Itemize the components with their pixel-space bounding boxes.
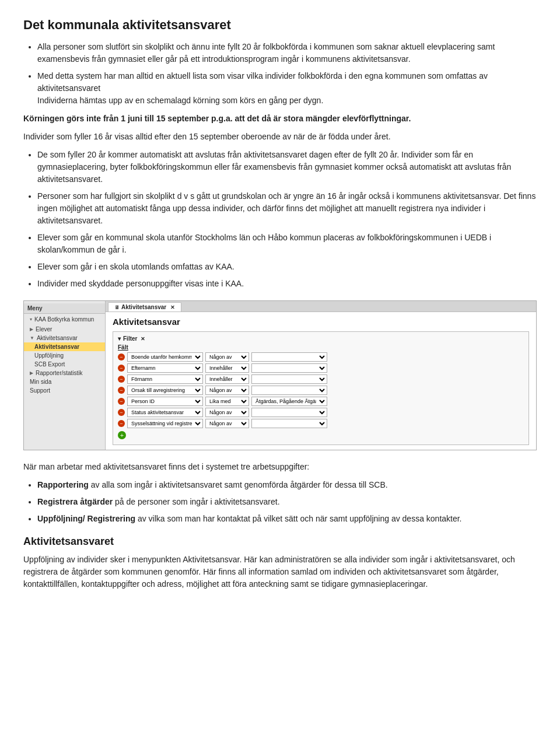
filter-collapse-icon[interactable]: ▾ bbox=[118, 335, 121, 342]
filter-op-select-0[interactable]: Någon av bbox=[205, 352, 249, 362]
sidebar-item-aktivitetsansvar-parent[interactable]: ▼ Aktivitetsansvar bbox=[24, 334, 105, 342]
after-panel-intro: När man arbetar med aktivitetsansvaret f… bbox=[23, 461, 537, 473]
sidebar-item-aktivitetsansvar-active[interactable]: Aktivitetsansvar bbox=[24, 342, 105, 351]
sidebar-title: Meny bbox=[24, 303, 105, 314]
sidebar-item-scb-export[interactable]: SCB Export bbox=[24, 360, 105, 369]
intro-sep-para: Individer som fyller 16 år visas alltid … bbox=[23, 131, 537, 143]
intro-subitem-1: Individerna hämtas upp av en schemalagd … bbox=[37, 94, 537, 107]
ui-main-area: 🖥 Aktivitetsansvar ✕ Aktivitetsansvar ▾ … bbox=[106, 301, 536, 450]
filter-val-select-5[interactable] bbox=[251, 408, 327, 417]
sidebar-item-elever[interactable]: ▶ Elever bbox=[24, 325, 105, 334]
filter-op-select-4[interactable]: Lika med bbox=[205, 397, 249, 406]
intro-list: Alla personer som slutfört sin skolplikt… bbox=[37, 41, 537, 107]
after-bullet-3: Uppföljning/ Registrering av vilka som m… bbox=[37, 513, 537, 525]
filter-box: ▾ Filter ✕ Fält − Boende utanför hemkomm… bbox=[113, 331, 529, 445]
filter-row-1: − Efternamn Innehåller bbox=[118, 363, 524, 373]
filter-remove-1[interactable]: − bbox=[118, 365, 125, 372]
after-bullet-2: Registrera åtgärder på de personer som i… bbox=[37, 496, 537, 508]
tab-icon: 🖥 bbox=[114, 304, 120, 310]
filter-row-5: − Status aktivitetsansvar Någon av bbox=[118, 408, 524, 417]
filter-falt-label: Fält bbox=[118, 344, 524, 351]
filter-field-select-6[interactable]: Sysselsättning vid registrerir bbox=[127, 419, 203, 428]
chevron-down-icon: ▾ bbox=[30, 317, 32, 322]
filter-val-select-6[interactable] bbox=[251, 419, 327, 428]
filter-val-select-0[interactable] bbox=[251, 352, 327, 362]
ui-screenshot-panel: Meny ▾ KAA Botkyrka kommun ▶ Elever ▼ Ak… bbox=[23, 300, 537, 450]
filter-row-6: − Sysselsättning vid registrerir Någon a… bbox=[118, 419, 524, 428]
sidebar-item-uppfoljning[interactable]: Uppföljning bbox=[24, 351, 105, 360]
filter-val-select-2[interactable] bbox=[251, 374, 327, 384]
filter-remove-6[interactable]: − bbox=[118, 420, 125, 427]
filter-field-select-2[interactable]: Förnamn bbox=[127, 374, 203, 384]
filter-field-select-5[interactable]: Status aktivitetsansvar bbox=[127, 408, 203, 417]
tabbar: 🖥 Aktivitetsansvar ✕ bbox=[106, 301, 536, 312]
filter-add-row: + bbox=[118, 430, 524, 439]
filter-op-select-3[interactable]: Någon av bbox=[205, 386, 249, 395]
filter-op-select-6[interactable]: Någon av bbox=[205, 419, 249, 428]
sidebar: Meny ▾ KAA Botkyrka kommun ▶ Elever ▼ Ak… bbox=[24, 301, 106, 450]
filter-row-3: − Orsak till avregistrering Någon av bbox=[118, 386, 524, 395]
filter-field-select-4[interactable]: Person ID bbox=[127, 397, 203, 406]
filter-remove-3[interactable]: − bbox=[118, 387, 125, 394]
after-bullet-1: Rapportering av alla som ingår i aktivit… bbox=[37, 479, 537, 491]
arrow-down-icon: ▼ bbox=[30, 335, 34, 341]
bullet-item-5: Individer med skyddade personuppgifter v… bbox=[37, 278, 537, 290]
filter-op-select-1[interactable]: Innehåller bbox=[205, 363, 249, 373]
section2-title: Aktivitetsansvaret bbox=[23, 536, 537, 548]
filter-row-0: − Boende utanför hemkommu Någon av bbox=[118, 352, 524, 362]
content-title: Aktivitetsansvar bbox=[113, 317, 529, 327]
filter-row-4: − Person ID Lika med Åtgärdas, Pågående … bbox=[118, 397, 524, 406]
sidebar-institution-section: ▾ KAA Botkyrka kommun bbox=[24, 314, 105, 325]
intro-bold-para: Körningen görs inte från 1 juni till 15 … bbox=[23, 113, 537, 125]
bullet-item-1: De som fyller 20 år kommer automatiskt a… bbox=[37, 149, 537, 186]
tab-aktivitetsansvar[interactable]: 🖥 Aktivitetsansvar ✕ bbox=[108, 302, 181, 312]
filter-val-select-3[interactable] bbox=[251, 386, 327, 395]
sidebar-institution[interactable]: ▾ KAA Botkyrka kommun bbox=[24, 315, 105, 324]
filter-row-2: − Förnamn Innehåller bbox=[118, 374, 524, 384]
sidebar-item-min-sida[interactable]: Min sida bbox=[24, 377, 105, 386]
filter-remove-2[interactable]: − bbox=[118, 376, 125, 383]
filter-remove-0[interactable]: − bbox=[118, 354, 125, 360]
sidebar-item-rapporter[interactable]: ▶ Rapporter/statistik bbox=[24, 369, 105, 377]
filter-field-select-0[interactable]: Boende utanför hemkommu bbox=[127, 352, 203, 362]
intro-list-item-1: Alla personer som slutfört sin skolplikt… bbox=[37, 41, 537, 65]
bullet-item-4: Elever som går i en skola utomlands omfa… bbox=[37, 261, 537, 273]
bullet-item-2: Personer som har fullgjort sin skolplikt… bbox=[37, 190, 537, 227]
filter-remove-5[interactable]: − bbox=[118, 409, 125, 416]
after-panel-bullets: Rapportering av alla som ingår i aktivit… bbox=[37, 479, 537, 525]
filter-val-select-1[interactable] bbox=[251, 363, 327, 373]
filter-add-button[interactable]: + bbox=[118, 431, 126, 439]
section2-paragraph: Uppföljning av individer sker i menypunk… bbox=[23, 554, 537, 590]
arrow-right-icon-2: ▶ bbox=[30, 370, 33, 376]
main-bullet-list: De som fyller 20 år kommer automatiskt a… bbox=[37, 149, 537, 290]
tab-close-icon[interactable]: ✕ bbox=[170, 304, 175, 310]
filter-remove-4[interactable]: − bbox=[118, 398, 125, 405]
filter-close-icon[interactable]: ✕ bbox=[141, 336, 145, 342]
page-main-title: Det kommunala aktivitetsansvaret bbox=[23, 18, 537, 33]
filter-op-select-5[interactable]: Någon av bbox=[205, 408, 249, 417]
sidebar-item-support[interactable]: Support bbox=[24, 386, 105, 395]
arrow-right-icon: ▶ bbox=[30, 327, 33, 332]
filter-op-select-2[interactable]: Innehåller bbox=[205, 374, 249, 384]
ui-content: Aktivitetsansvar ▾ Filter ✕ Fält − Boend… bbox=[106, 312, 536, 450]
intro-list-item-2: Med detta system har man alltid en aktue… bbox=[37, 70, 537, 107]
filter-header: ▾ Filter ✕ bbox=[118, 335, 524, 342]
filter-field-select-3[interactable]: Orsak till avregistrering bbox=[127, 386, 203, 395]
filter-field-select-1[interactable]: Efternamn bbox=[127, 363, 203, 373]
filter-val-select-4[interactable]: Åtgärdas, Pågående Åtgärd, bbox=[251, 397, 327, 406]
bullet-item-3: Elever som går en kommunal skola utanför… bbox=[37, 232, 537, 256]
